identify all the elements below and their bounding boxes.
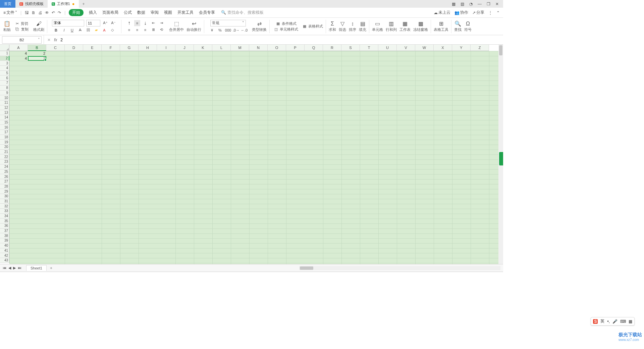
fx-icon[interactable]: fx	[54, 38, 57, 42]
col-header-D[interactable]: D	[65, 45, 83, 51]
sheet-tab[interactable]: Sheet1	[26, 265, 47, 271]
col-header-C[interactable]: C	[46, 45, 65, 51]
align-bottom-icon[interactable]: ⭳	[142, 20, 148, 26]
col-header-X[interactable]: X	[434, 45, 452, 51]
col-header-L[interactable]: L	[212, 45, 231, 51]
row-header-3[interactable]: 3	[0, 61, 9, 66]
rows-cols-button[interactable]: ▥行和列	[386, 20, 397, 32]
row-header-40[interactable]: 40	[0, 243, 9, 248]
clear-format-button[interactable]: ◇	[109, 27, 115, 33]
new-tab-button[interactable]: ＋	[79, 0, 88, 8]
close-button[interactable]: ✕	[494, 2, 500, 6]
col-header-W[interactable]: W	[415, 45, 434, 51]
tab-review[interactable]: 审阅	[151, 10, 159, 15]
sum-button[interactable]: Σ求和	[329, 21, 336, 32]
col-header-Y[interactable]: Y	[452, 45, 471, 51]
chevron-down-icon[interactable]: ˅	[38, 38, 40, 42]
row-header-38[interactable]: 38	[0, 233, 9, 238]
row-header-8[interactable]: 8	[0, 86, 9, 91]
indent-decrease-icon[interactable]: ⇤	[150, 20, 156, 26]
number-format-select[interactable]: 常规˅	[210, 20, 246, 27]
scrollbar-thumb[interactable]	[300, 266, 313, 270]
row-header-42[interactable]: 42	[0, 253, 9, 258]
table-tools-button[interactable]: ⊞表格工具	[434, 20, 448, 32]
app-menu-button[interactable]: ≡ 文件 ˅	[3, 10, 17, 15]
col-header-P[interactable]: P	[286, 45, 305, 51]
row-header-43[interactable]: 43	[0, 258, 9, 263]
align-left-icon[interactable]: ≡	[126, 27, 132, 33]
bold-button[interactable]: B	[53, 27, 59, 33]
print-preview-icon[interactable]: 👁	[45, 10, 49, 15]
font-size-select[interactable]	[86, 20, 100, 27]
tab-workbook[interactable]: S 工作簿1 ●	[48, 0, 79, 8]
row-header-35[interactable]: 35	[0, 218, 9, 223]
col-header-T[interactable]: T	[360, 45, 378, 51]
tab-view[interactable]: 视图	[164, 10, 172, 15]
filter-button[interactable]: ▽筛选	[339, 20, 346, 32]
layout2-icon[interactable]: ▧	[460, 2, 465, 6]
maximize-button[interactable]: ❐	[486, 2, 491, 6]
layout1-icon[interactable]: ▦	[451, 2, 456, 6]
col-header-O[interactable]: O	[268, 45, 286, 51]
tab-templates[interactable]: D 找稻壳模板	[15, 0, 48, 8]
col-header-I[interactable]: I	[157, 45, 175, 51]
row-header-5[interactable]: 5	[0, 71, 9, 76]
row-header-23[interactable]: 23	[0, 159, 9, 164]
row-header-24[interactable]: 24	[0, 164, 9, 169]
fill-color-button[interactable]: ▰	[93, 27, 99, 33]
row-header-16[interactable]: 16	[0, 125, 9, 130]
align-center-icon[interactable]: ≡	[134, 27, 140, 33]
collapse-ribbon-icon[interactable]: ⌃	[496, 10, 500, 15]
col-header-J[interactable]: J	[175, 45, 194, 51]
symbol-button[interactable]: Ω符号	[464, 21, 472, 32]
cancel-edit-icon[interactable]: ✕	[47, 38, 51, 42]
row-header-33[interactable]: 33	[0, 209, 9, 214]
row-header-11[interactable]: 11	[0, 100, 9, 105]
formula-input[interactable]	[60, 38, 500, 42]
col-header-U[interactable]: U	[378, 45, 397, 51]
name-box[interactable]: B2 ˅	[2, 36, 42, 44]
row-header-4[interactable]: 4	[0, 66, 9, 71]
row-header-26[interactable]: 26	[0, 174, 9, 179]
row-header-41[interactable]: 41	[0, 248, 9, 253]
orientation-icon[interactable]: ⟲	[158, 27, 164, 33]
increase-decimal-icon[interactable]: .0→	[233, 27, 239, 33]
col-header-Z[interactable]: Z	[471, 45, 489, 51]
horizontal-scrollbar[interactable]	[299, 266, 500, 270]
col-header-N[interactable]: N	[249, 45, 268, 51]
paste-button[interactable]: 📋粘贴	[3, 20, 11, 32]
sort-button[interactable]: ↕排序	[349, 21, 356, 32]
underline-button[interactable]: U	[69, 27, 75, 33]
select-all-corner[interactable]	[0, 45, 9, 51]
row-header-32[interactable]: 32	[0, 204, 9, 209]
tab-data[interactable]: 数据	[137, 10, 145, 15]
row-header-27[interactable]: 27	[0, 179, 9, 184]
command-search[interactable]: 🔍 查找命令、搜索模板	[221, 10, 263, 15]
share-button[interactable]: ↗ 分享	[472, 10, 484, 15]
cells-area[interactable]: 4 2 4 2	[9, 51, 498, 264]
cut-button[interactable]: ✂ 剪切	[16, 21, 28, 26]
col-header-S[interactable]: S	[341, 45, 360, 51]
col-header-A[interactable]: A	[9, 45, 28, 51]
col-header-Q[interactable]: Q	[305, 45, 323, 51]
row-header-6[interactable]: 6	[0, 76, 9, 81]
border-button[interactable]: 田	[85, 27, 91, 33]
sheet-first-icon[interactable]: ⏮	[3, 266, 6, 270]
italic-button[interactable]: I	[61, 27, 67, 33]
decrease-decimal-icon[interactable]: ←.0	[241, 27, 247, 33]
fill-button[interactable]: ▤填充	[359, 20, 366, 32]
cell-A2[interactable]: 4	[9, 56, 28, 61]
row-header-18[interactable]: 18	[0, 135, 9, 140]
merge-center-button[interactable]: ⬚合并居中	[169, 20, 184, 32]
row-header-34[interactable]: 34	[0, 214, 9, 219]
row-header-7[interactable]: 7	[0, 81, 9, 86]
copy-button[interactable]: ⿻ 复制	[15, 27, 29, 32]
save-as-icon[interactable]: 🗎	[32, 10, 36, 15]
col-header-B[interactable]: B	[28, 45, 46, 51]
row-header-20[interactable]: 20	[0, 145, 9, 150]
indent-increase-icon[interactable]: ⇥	[158, 20, 164, 26]
sheet-prev-icon[interactable]: ◀	[8, 266, 11, 270]
col-header-F[interactable]: F	[102, 45, 120, 51]
tab-page-layout[interactable]: 页面布局	[102, 10, 118, 15]
worksheet-button[interactable]: ▦工作表	[399, 20, 411, 32]
